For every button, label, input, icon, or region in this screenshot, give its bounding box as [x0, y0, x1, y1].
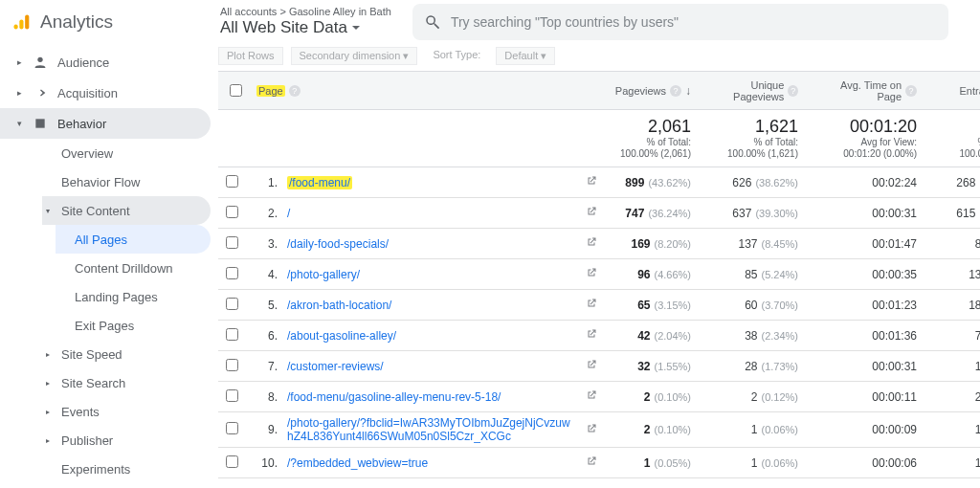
cell-entrances: 13(1.38%)	[924, 259, 980, 290]
account-selector[interactable]: All accounts > Gasoline Alley in Bath Al…	[220, 6, 391, 38]
open-in-new-icon[interactable]	[586, 423, 597, 434]
subnav-exit-pages[interactable]: Exit Pages	[56, 311, 211, 340]
row-checkbox[interactable]	[226, 389, 238, 402]
open-in-new-icon[interactable]	[586, 175, 597, 187]
sort-type-select[interactable]: Default ▾	[496, 47, 555, 65]
open-in-new-icon[interactable]	[586, 206, 597, 217]
row-checkbox[interactable]	[226, 328, 238, 341]
page-path-link[interactable]: /food-menu/	[287, 176, 352, 189]
search-box[interactable]: Try searching "Top countries by users"	[412, 4, 948, 40]
subnav-content-drilldown[interactable]: Content Drilldown	[56, 254, 211, 282]
total-pageviews: 2,061 % of Total:100.00% (2,061)	[603, 110, 699, 167]
row-checkbox[interactable]	[226, 359, 238, 371]
row-checkbox[interactable]	[226, 175, 238, 188]
help-icon[interactable]: ?	[289, 85, 301, 97]
pages-table: Page? Pageviews?↓ Unique Pageviews? Avg.…	[218, 71, 980, 478]
chevron-right-icon: ▸	[46, 408, 56, 416]
page-path-link[interactable]: /daily-food-specials/	[287, 237, 389, 251]
page-path-link[interactable]: /	[287, 207, 290, 220]
cell-avg-time: 00:01:47	[806, 229, 924, 259]
subnav-behavior-flow[interactable]: Behavior Flow	[42, 167, 211, 196]
row-index: 9.	[249, 412, 279, 448]
column-header-unique-pageviews[interactable]: Unique Pageviews?	[699, 72, 806, 110]
open-in-new-icon[interactable]	[586, 298, 597, 309]
select-all-checkbox[interactable]	[230, 84, 242, 97]
subnav-site-search[interactable]: ▸Site Search	[42, 368, 211, 397]
subnav-all-pages[interactable]: All Pages	[56, 225, 211, 254]
page-path-link[interactable]: /food-menu/gasoline-alley-menu-rev-5-18/	[287, 390, 501, 404]
page-path-link[interactable]: /photo-gallery/?fbclid=IwAR33MyTOIbmJuZg…	[287, 416, 570, 443]
sidebar-item-audience[interactable]: ▸ Audience	[0, 47, 211, 78]
subnav-events[interactable]: ▸Events	[42, 397, 211, 426]
cell-avg-time: 00:02:24	[806, 167, 924, 198]
subnav-site-content[interactable]: ▾ Site Content	[42, 196, 211, 225]
page-path-link[interactable]: /customer-reviews/	[287, 360, 384, 373]
column-header-page[interactable]: Page?	[249, 72, 603, 110]
subnav-experiments[interactable]: Experiments	[42, 455, 211, 483]
page-path-link[interactable]: /photo-gallery/	[287, 268, 360, 281]
help-icon[interactable]: ?	[670, 85, 681, 97]
table-row: 5./akron-bath-location/65(3.15%)60(3.70%…	[218, 290, 980, 321]
cell-unique-pageviews: 637(39.30%)	[699, 198, 806, 229]
open-in-new-icon[interactable]	[586, 236, 597, 248]
svg-rect-0	[14, 24, 18, 29]
help-icon[interactable]: ?	[788, 85, 798, 97]
sidebar-item-behavior[interactable]: ▾ Behavior	[0, 108, 211, 139]
svg-rect-4	[35, 120, 44, 128]
open-in-new-icon[interactable]	[586, 359, 597, 370]
subnav-site-speed[interactable]: ▸Site Speed	[42, 340, 211, 368]
row-checkbox[interactable]	[226, 236, 238, 249]
cell-avg-time: 00:00:31	[806, 198, 924, 229]
row-checkbox[interactable]	[226, 455, 238, 468]
cell-entrances: 1(0.11%)	[924, 448, 980, 478]
sidebar: ▸ Audience ▸ Acquisition ▾ Behavior Over…	[0, 43, 211, 488]
column-header-pageviews[interactable]: Pageviews?↓	[603, 72, 699, 110]
column-header-entrances[interactable]: Entrances?	[924, 72, 980, 110]
row-checkbox[interactable]	[226, 206, 238, 218]
cell-pageviews: 169(8.20%)	[603, 229, 699, 259]
row-index: 6.	[249, 321, 279, 351]
row-checkbox[interactable]	[226, 267, 238, 279]
row-checkbox[interactable]	[226, 298, 238, 310]
row-checkbox[interactable]	[226, 422, 238, 434]
sidebar-item-acquisition[interactable]: ▸ Acquisition	[0, 78, 211, 108]
row-index: 1.	[249, 167, 279, 198]
subnav-landing-pages[interactable]: Landing Pages	[56, 282, 211, 311]
product-name: Analytics	[40, 11, 113, 33]
row-index: 4.	[249, 259, 279, 290]
open-in-new-icon[interactable]	[586, 328, 597, 340]
chevron-down-icon	[351, 23, 361, 33]
breadcrumb-account: Gasoline Alley in Bath	[289, 6, 391, 17]
open-in-new-icon[interactable]	[586, 267, 597, 278]
cell-pageviews: 42(2.04%)	[603, 321, 699, 351]
arrow-icon	[33, 85, 48, 100]
chevron-down-icon: ▾	[46, 207, 56, 215]
subnav-overview[interactable]: Overview	[42, 139, 211, 167]
cell-entrances: 268(28.51%)	[924, 167, 980, 198]
table-header-row: Page? Pageviews?↓ Unique Pageviews? Avg.…	[218, 72, 980, 110]
page-path-link[interactable]: /about-gasoline-alley/	[287, 329, 396, 343]
open-in-new-icon[interactable]	[586, 455, 597, 467]
sidebar-item-conversions[interactable]: ▸ Conversions	[0, 483, 211, 488]
row-index: 8.	[249, 382, 279, 412]
column-header-avg-time[interactable]: Avg. Time on Page?	[806, 72, 924, 110]
secondary-dimension-button[interactable]: Secondary dimension ▾	[291, 47, 418, 65]
cell-avg-time: 00:00:35	[806, 259, 924, 290]
view-selector[interactable]: All Web Site Data	[220, 18, 391, 37]
chevron-right-icon: ▸	[15, 57, 23, 67]
plot-rows-button[interactable]: Plot Rows	[218, 47, 283, 65]
row-index: 7.	[249, 351, 279, 382]
page-path-link[interactable]: /akron-bath-location/	[287, 299, 391, 312]
cell-entrances: 1(0.11%)	[924, 412, 980, 448]
cell-pageviews: 1(0.05%)	[603, 448, 699, 478]
table-row: 1./food-menu/899(43.62%)626(38.62%)00:02…	[218, 167, 980, 198]
select-all-header[interactable]	[218, 72, 249, 110]
help-icon[interactable]: ?	[905, 85, 917, 97]
open-in-new-icon[interactable]	[586, 389, 597, 401]
cell-unique-pageviews: 2(0.12%)	[699, 382, 806, 412]
subnav-publisher[interactable]: ▸Publisher	[42, 426, 211, 455]
cell-entrances: 18(1.91%)	[924, 290, 980, 321]
cell-pageviews: 747(36.24%)	[603, 198, 699, 229]
breadcrumb-all-accounts[interactable]: All accounts	[220, 6, 277, 17]
page-path-link[interactable]: /?embedded_webview=true	[287, 456, 428, 470]
